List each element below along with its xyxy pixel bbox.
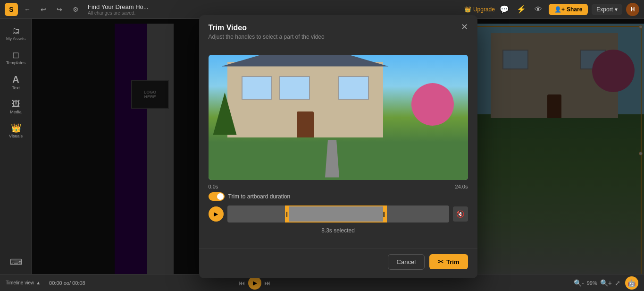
fit-to-screen-button[interactable]: ⤢ (615, 279, 620, 287)
share-button[interactable]: 👤+ Share (549, 4, 588, 15)
export-button[interactable]: Export ▾ (592, 4, 622, 15)
volume-button[interactable]: 🔇 (453, 206, 468, 222)
upgrade-button[interactable]: 👑 Upgrade (464, 6, 495, 13)
sidebar-item-hotkeys[interactable]: ⌨ (2, 254, 30, 270)
templates-icon: ◻ (12, 51, 19, 59)
zoom-level: 99% (587, 280, 597, 286)
autosave-status: All changes are saved. (88, 10, 461, 16)
scrubber-handle-left[interactable]: ‖ (286, 206, 289, 222)
cancel-button[interactable]: Cancel (388, 254, 425, 270)
sidebar-item-my-assets[interactable]: 🗂 My Assets (2, 23, 30, 45)
sidebar-item-media[interactable]: 🖼 Media (2, 96, 30, 118)
zoom-out-button[interactable]: 🔍- (574, 279, 584, 287)
modal-title-area: Trim Video Adjust the handles to select … (209, 24, 325, 40)
my-assets-icon: 🗂 (12, 26, 20, 35)
modal-house-building (227, 62, 383, 137)
chevron-down-icon: ▾ (615, 6, 618, 13)
modal-window-r (338, 76, 369, 100)
trim-artboard-label: Trim to artboard duration (228, 193, 291, 200)
time-end-label: 24.0s (455, 184, 468, 189)
scissors-icon: ✂ (438, 258, 443, 265)
time-labels: 0.0s 24.0s (209, 180, 468, 192)
rewind-button[interactable]: ⏮ (239, 279, 245, 287)
text-icon: A (12, 75, 19, 84)
trim-button[interactable]: ✂ Trim (429, 254, 468, 269)
trim-artboard-toggle[interactable] (209, 192, 225, 201)
scrubber-play-button[interactable]: ▶ (209, 206, 224, 222)
modal-close-button[interactable]: ✕ (461, 23, 468, 31)
keyboard-icon: ⌨ (10, 258, 22, 266)
modal-footer: Cancel ✂ Trim (199, 248, 477, 278)
visuals-icon: 👑 (11, 124, 21, 132)
sidebar-item-templates[interactable]: ◻ Templates (2, 47, 30, 69)
settings-button[interactable]: ⚙ (69, 3, 82, 16)
modal-subtitle: Adjust the handles to select a part of t… (209, 34, 325, 40)
trim-artboard-row: Trim to artboard duration (209, 192, 468, 205)
redo-button[interactable]: ↪ (53, 3, 66, 16)
modal-title: Trim Video (209, 24, 325, 32)
sidebar-item-visuals[interactable]: 👑 Visuals (2, 120, 30, 142)
sidebar: 🗂 My Assets ◻ Templates A Text 🖼 Media 👑… (0, 19, 32, 274)
scrubber-track[interactable]: ‖ ‖ (227, 205, 449, 223)
share-icon: 👤+ (554, 6, 565, 13)
back-button[interactable]: ← (21, 3, 34, 16)
chevron-up-icon: ▲ (36, 280, 41, 285)
zoom-in-button[interactable]: 🔍+ (600, 279, 612, 287)
topbar-right-actions: 💬 ⚡ 👁 👤+ Share Export ▾ H (498, 3, 639, 16)
selected-duration-label: 8.3s selected (209, 227, 468, 240)
play-button[interactable]: ▶ (248, 276, 261, 290)
volume-icon: 🔇 (456, 210, 464, 218)
timecode-display: 00:00 oo/ 00:08 (49, 280, 85, 286)
handle-left-icon: ‖ (285, 211, 288, 216)
modal-overlay: Trim Video Adjust the handles to select … (32, 19, 644, 274)
modal-body: 0.0s 24.0s Trim to artboard duration ▶ ‖ (199, 47, 477, 248)
zoom-controls: 🔍- 99% 🔍+ ⤢ (574, 279, 620, 287)
trim-video-modal: Trim Video Adjust the handles to select … (199, 15, 477, 278)
chat-button[interactable]: 💬 (498, 3, 511, 16)
time-start-label: 0.0s (209, 184, 218, 189)
undo-button[interactable]: ↩ (37, 3, 50, 16)
fast-forward-button[interactable]: ⏭ (264, 279, 271, 287)
sidebar-item-text[interactable]: A Text (2, 71, 30, 94)
user-avatar[interactable]: H (626, 3, 639, 16)
video-preview (209, 55, 468, 180)
scrubber-selected-region[interactable]: ‖ ‖ (285, 205, 387, 223)
timeline-view-toggle[interactable]: Timeline view ▲ (6, 280, 41, 285)
app-logo: S (5, 3, 18, 16)
handle-right-icon: ‖ (383, 211, 385, 216)
document-title-area: Find Your Dream Ho... All changes are sa… (88, 3, 461, 16)
modal-header: Trim Video Adjust the handles to select … (199, 15, 477, 47)
modal-door (297, 111, 314, 137)
sidebar-bottom: ⌨ (2, 254, 30, 274)
modal-window-m (279, 76, 310, 100)
modal-roof (222, 55, 389, 67)
modal-flowers-right (411, 83, 454, 126)
scrubber-handle-right[interactable]: ‖ (383, 206, 386, 222)
robot-icon[interactable]: 🤖 (625, 276, 638, 290)
modal-window-l (242, 76, 272, 100)
document-title: Find Your Dream Ho... (88, 3, 461, 10)
bolt-button[interactable]: ⚡ (515, 3, 528, 16)
media-icon: 🖼 (12, 100, 20, 108)
modal-video-frame (209, 55, 468, 180)
toggle-thumb (217, 193, 224, 200)
crown-icon: 👑 (464, 6, 471, 13)
scrubber-row: ▶ ‖ ‖ 🔇 (209, 205, 468, 227)
playback-controls: ⏮ ▶ ⏭ (239, 276, 271, 290)
preview-button[interactable]: 👁 (532, 3, 545, 16)
